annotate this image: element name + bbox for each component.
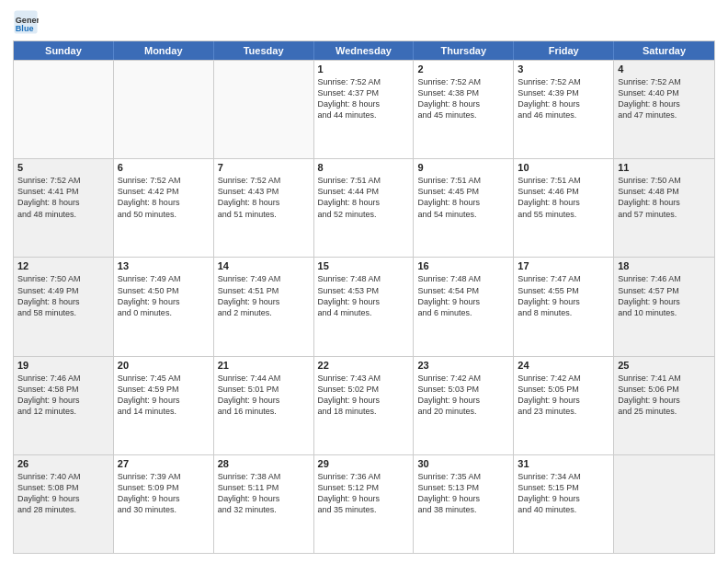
calendar-cell-day-17: 17Sunrise: 7:47 AMSunset: 4:55 PMDayligh… <box>514 258 614 355</box>
cell-info: Sunrise: 7:52 AMSunset: 4:43 PMDaylight:… <box>218 175 310 220</box>
cell-info: Sunrise: 7:45 AMSunset: 4:59 PMDaylight:… <box>118 373 210 418</box>
day-number: 8 <box>318 162 410 173</box>
calendar-cell-day-27: 27Sunrise: 7:39 AMSunset: 5:09 PMDayligh… <box>114 455 214 553</box>
day-number: 11 <box>618 162 711 173</box>
calendar-header: SundayMondayTuesdayWednesdayThursdayFrid… <box>14 41 714 60</box>
calendar-row-4: 26Sunrise: 7:40 AMSunset: 5:08 PMDayligh… <box>14 454 714 553</box>
cell-info: Sunrise: 7:49 AMSunset: 4:50 PMDaylight:… <box>118 273 210 318</box>
day-number: 19 <box>17 360 109 371</box>
calendar-cell-day-28: 28Sunrise: 7:38 AMSunset: 5:11 PMDayligh… <box>214 455 314 553</box>
weekday-header-sunday: Sunday <box>14 41 114 60</box>
day-number: 23 <box>417 360 509 371</box>
day-number: 14 <box>218 260 310 271</box>
day-number: 21 <box>218 360 310 371</box>
day-number: 31 <box>518 458 609 469</box>
calendar-cell-day-11: 11Sunrise: 7:50 AMSunset: 4:48 PMDayligh… <box>614 159 714 257</box>
weekday-header-friday: Friday <box>514 41 614 60</box>
calendar-cell-day-22: 22Sunrise: 7:43 AMSunset: 5:02 PMDayligh… <box>314 357 415 454</box>
calendar-cell-day-6: 6Sunrise: 7:52 AMSunset: 4:42 PMDaylight… <box>114 159 214 257</box>
cell-info: Sunrise: 7:38 AMSunset: 5:11 PMDaylight:… <box>218 471 310 516</box>
cell-info: Sunrise: 7:52 AMSunset: 4:40 PMDaylight:… <box>618 76 711 121</box>
cell-info: Sunrise: 7:35 AMSunset: 5:13 PMDaylight:… <box>417 471 509 516</box>
cell-info: Sunrise: 7:52 AMSunset: 4:39 PMDaylight:… <box>518 76 609 121</box>
calendar-cell-day-15: 15Sunrise: 7:48 AMSunset: 4:53 PMDayligh… <box>314 258 415 355</box>
day-number: 22 <box>318 360 410 371</box>
calendar-cell-day-1: 1Sunrise: 7:52 AMSunset: 4:37 PMDaylight… <box>314 61 415 158</box>
day-number: 20 <box>118 360 210 371</box>
calendar-body: 1Sunrise: 7:52 AMSunset: 4:37 PMDaylight… <box>14 60 714 553</box>
cell-info: Sunrise: 7:50 AMSunset: 4:49 PMDaylight:… <box>17 273 109 318</box>
calendar-cell-day-25: 25Sunrise: 7:41 AMSunset: 5:06 PMDayligh… <box>614 357 714 454</box>
day-number: 3 <box>518 63 609 75</box>
cell-info: Sunrise: 7:49 AMSunset: 4:51 PMDaylight:… <box>218 273 310 318</box>
calendar-row-0: 1Sunrise: 7:52 AMSunset: 4:37 PMDaylight… <box>14 60 714 158</box>
calendar-cell-empty <box>214 61 314 158</box>
logo-icon: General Blue <box>13 9 39 35</box>
day-number: 24 <box>518 360 609 371</box>
calendar-cell-empty <box>114 61 214 158</box>
day-number: 30 <box>417 458 509 469</box>
calendar-cell-day-8: 8Sunrise: 7:51 AMSunset: 4:44 PMDaylight… <box>314 159 415 257</box>
weekday-header-thursday: Thursday <box>414 41 514 60</box>
calendar-cell-day-5: 5Sunrise: 7:52 AMSunset: 4:41 PMDaylight… <box>14 159 114 257</box>
cell-info: Sunrise: 7:46 AMSunset: 4:58 PMDaylight:… <box>17 373 109 418</box>
calendar-cell-day-30: 30Sunrise: 7:35 AMSunset: 5:13 PMDayligh… <box>414 455 514 553</box>
cell-info: Sunrise: 7:51 AMSunset: 4:44 PMDaylight:… <box>318 175 410 220</box>
cell-info: Sunrise: 7:34 AMSunset: 5:15 PMDaylight:… <box>518 471 609 516</box>
cell-info: Sunrise: 7:46 AMSunset: 4:57 PMDaylight:… <box>618 273 711 318</box>
day-number: 7 <box>218 162 310 173</box>
calendar-cell-day-29: 29Sunrise: 7:36 AMSunset: 5:12 PMDayligh… <box>314 455 415 553</box>
day-number: 15 <box>318 260 410 271</box>
calendar-row-2: 12Sunrise: 7:50 AMSunset: 4:49 PMDayligh… <box>14 257 714 355</box>
day-number: 29 <box>318 458 410 469</box>
weekday-header-tuesday: Tuesday <box>214 41 314 60</box>
calendar-cell-day-19: 19Sunrise: 7:46 AMSunset: 4:58 PMDayligh… <box>14 357 114 454</box>
calendar-cell-day-13: 13Sunrise: 7:49 AMSunset: 4:50 PMDayligh… <box>114 258 214 355</box>
calendar-cell-day-20: 20Sunrise: 7:45 AMSunset: 4:59 PMDayligh… <box>114 357 214 454</box>
weekday-header-wednesday: Wednesday <box>314 41 415 60</box>
cell-info: Sunrise: 7:36 AMSunset: 5:12 PMDaylight:… <box>318 471 410 516</box>
cell-info: Sunrise: 7:51 AMSunset: 4:46 PMDaylight:… <box>518 175 609 220</box>
cell-info: Sunrise: 7:43 AMSunset: 5:02 PMDaylight:… <box>318 373 410 418</box>
day-number: 4 <box>618 63 711 75</box>
svg-text:Blue: Blue <box>16 24 34 33</box>
calendar-cell-day-31: 31Sunrise: 7:34 AMSunset: 5:15 PMDayligh… <box>514 455 614 553</box>
weekday-header-monday: Monday <box>114 41 214 60</box>
cell-info: Sunrise: 7:51 AMSunset: 4:45 PMDaylight:… <box>417 175 509 220</box>
calendar-cell-day-9: 9Sunrise: 7:51 AMSunset: 4:45 PMDaylight… <box>414 159 514 257</box>
day-number: 16 <box>417 260 509 271</box>
day-number: 10 <box>518 162 609 173</box>
cell-info: Sunrise: 7:48 AMSunset: 4:53 PMDaylight:… <box>318 273 410 318</box>
cell-info: Sunrise: 7:52 AMSunset: 4:42 PMDaylight:… <box>118 175 210 220</box>
cell-info: Sunrise: 7:48 AMSunset: 4:54 PMDaylight:… <box>417 273 509 318</box>
day-number: 1 <box>318 63 410 75</box>
day-number: 9 <box>417 162 509 173</box>
calendar-cell-day-4: 4Sunrise: 7:52 AMSunset: 4:40 PMDaylight… <box>614 61 714 158</box>
weekday-header-saturday: Saturday <box>614 41 714 60</box>
cell-info: Sunrise: 7:40 AMSunset: 5:08 PMDaylight:… <box>17 471 109 516</box>
calendar-cell-empty <box>14 61 114 158</box>
cell-info: Sunrise: 7:50 AMSunset: 4:48 PMDaylight:… <box>618 175 711 220</box>
day-number: 26 <box>17 458 109 469</box>
day-number: 6 <box>118 162 210 173</box>
day-number: 2 <box>417 63 509 75</box>
calendar-row-3: 19Sunrise: 7:46 AMSunset: 4:58 PMDayligh… <box>14 356 714 454</box>
day-number: 18 <box>618 260 711 271</box>
calendar-cell-empty <box>614 455 714 553</box>
cell-info: Sunrise: 7:52 AMSunset: 4:41 PMDaylight:… <box>17 175 109 220</box>
calendar-cell-day-24: 24Sunrise: 7:42 AMSunset: 5:05 PMDayligh… <box>514 357 614 454</box>
day-number: 28 <box>218 458 310 469</box>
day-number: 13 <box>118 260 210 271</box>
calendar-cell-day-16: 16Sunrise: 7:48 AMSunset: 4:54 PMDayligh… <box>414 258 514 355</box>
calendar-cell-day-2: 2Sunrise: 7:52 AMSunset: 4:38 PMDaylight… <box>414 61 514 158</box>
calendar-cell-day-12: 12Sunrise: 7:50 AMSunset: 4:49 PMDayligh… <box>14 258 114 355</box>
calendar-cell-day-26: 26Sunrise: 7:40 AMSunset: 5:08 PMDayligh… <box>14 455 114 553</box>
calendar-cell-day-10: 10Sunrise: 7:51 AMSunset: 4:46 PMDayligh… <box>514 159 614 257</box>
cell-info: Sunrise: 7:41 AMSunset: 5:06 PMDaylight:… <box>618 373 711 418</box>
day-number: 25 <box>618 360 711 371</box>
cell-info: Sunrise: 7:42 AMSunset: 5:03 PMDaylight:… <box>417 373 509 418</box>
cell-info: Sunrise: 7:52 AMSunset: 4:37 PMDaylight:… <box>318 76 410 121</box>
calendar-cell-day-7: 7Sunrise: 7:52 AMSunset: 4:43 PMDaylight… <box>214 159 314 257</box>
cell-info: Sunrise: 7:47 AMSunset: 4:55 PMDaylight:… <box>518 273 609 318</box>
page: General Blue SundayMondayTuesdayWednesda… <box>0 0 728 563</box>
